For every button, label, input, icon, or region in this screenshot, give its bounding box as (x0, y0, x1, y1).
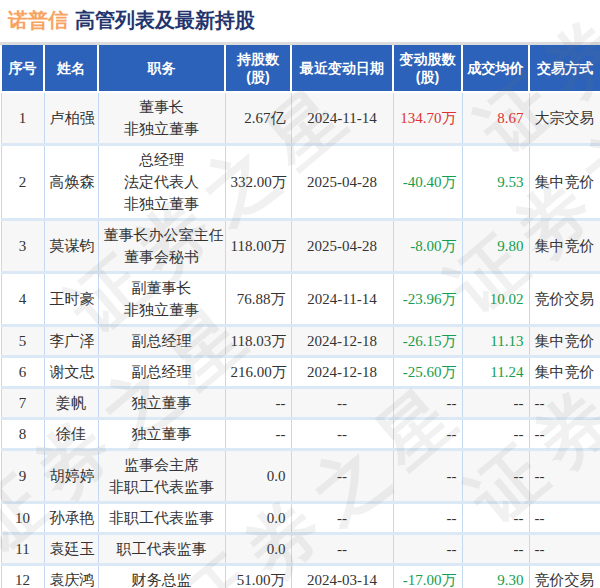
cell-avg-price: 11.24 (462, 357, 529, 388)
cell-value: -- (447, 426, 457, 442)
cell-value: 姜帆 (56, 395, 86, 411)
cell-serial: 10 (1, 503, 44, 534)
cell-serial: 8 (1, 419, 44, 450)
cell-changed-shares: -- (393, 503, 462, 534)
cell-value: 卢柏强 (50, 110, 95, 126)
position-line: 财务总监 (104, 569, 220, 588)
cell-name: 卢柏强 (44, 92, 98, 145)
cell-value: -40.40万 (403, 174, 457, 190)
cell-value: 4 (19, 291, 27, 307)
cell-changed-shares: -- (393, 534, 462, 565)
cell-position: 副总经理 (98, 357, 225, 388)
cell-value: 118.00万 (231, 238, 287, 254)
cell-shares: 118.00万 (225, 220, 291, 273)
cell-value: 10 (15, 510, 30, 526)
cell-avg-price: 8.67 (462, 92, 529, 145)
cell-last-change-date: -- (291, 534, 393, 565)
cell-value: 袁庆鸿 (50, 572, 95, 588)
cell-shares: 216.00万 (225, 357, 291, 388)
cell-name: 胡婷婷 (44, 450, 98, 503)
cell-avg-price: -- (462, 450, 529, 503)
table-row: 4王时豪副董事长非独立董事76.88万2024-11-14-23.96万10.0… (1, 273, 600, 326)
cell-value: 集中竞价 (535, 333, 595, 349)
column-header-line: 成交均价 (464, 59, 527, 77)
cell-trade-method: 集中竞价 (529, 326, 600, 357)
cell-value: -- (337, 510, 347, 526)
cell-last-change-date: -- (291, 419, 393, 450)
cell-value: 高焕森 (50, 174, 95, 190)
column-header-position: 职务 (98, 44, 225, 93)
cell-trade-method: -- (529, 388, 600, 419)
cell-shares: 0.0 (225, 450, 291, 503)
cell-trade-method: 集中竞价 (529, 220, 600, 273)
cell-value: 11.13 (490, 333, 523, 349)
cell-value: 0.0 (267, 541, 286, 557)
cell-serial: 3 (1, 220, 44, 273)
cell-value: 3 (19, 238, 27, 254)
cell-last-change-date: -- (291, 503, 393, 534)
cell-value: 袁廷玉 (50, 541, 95, 557)
cell-value: -17.00万 (403, 572, 457, 588)
stock-name: 诺普信 (8, 9, 68, 31)
cell-value: 5 (19, 333, 27, 349)
column-header-name: 姓名 (44, 44, 98, 93)
cell-value: -- (535, 468, 545, 484)
cell-shares: 118.03万 (225, 326, 291, 357)
cell-avg-price: 9.80 (462, 220, 529, 273)
cell-name: 王时豪 (44, 273, 98, 326)
table-row: 5李广泽副总经理118.03万2024-12-18-26.15万11.13集中竞… (1, 326, 600, 357)
cell-value: 2024-03-14 (307, 572, 377, 588)
executives-holdings-table: 序号姓名职务持股数(股)最近变动日期变动股数(股)成交均价交易方式 1卢柏强董事… (0, 42, 600, 588)
cell-trade-method: 集中竞价 (529, 145, 600, 220)
column-header-avg-price: 成交均价 (462, 44, 529, 93)
cell-value: 谢文忠 (50, 364, 95, 380)
cell-position: 财务总监 (98, 565, 225, 588)
cell-name: 姜帆 (44, 388, 98, 419)
position-line: 董事会秘书 (104, 246, 220, 268)
cell-value: 118.03万 (231, 333, 287, 349)
cell-name: 李广泽 (44, 326, 98, 357)
cell-value: 竞价交易 (535, 291, 595, 307)
table-row: 8徐佳独立董事---------- (1, 419, 600, 450)
column-header-trade-method: 交易方式 (529, 44, 600, 93)
cell-name: 莫谋钧 (44, 220, 98, 273)
cell-value: -- (447, 468, 457, 484)
cell-value: 6 (19, 364, 27, 380)
cell-value: 11 (15, 541, 29, 557)
table-row: 2高焕森总经理法定代表人非独立董事332.00万2025-04-28-40.40… (1, 145, 600, 220)
column-header-line: 序号 (3, 59, 42, 77)
cell-serial: 4 (1, 273, 44, 326)
cell-value: 51.00万 (237, 572, 286, 588)
position-line: 董事长 (104, 96, 220, 118)
cell-position: 职工代表监事 (98, 534, 225, 565)
cell-trade-method: 集中竞价 (529, 357, 600, 388)
cell-trade-method: -- (529, 503, 600, 534)
cell-last-change-date: -- (291, 450, 393, 503)
column-header-line: 交易方式 (531, 59, 599, 77)
position-line: 非独立董事 (104, 299, 220, 321)
cell-position: 副董事长非独立董事 (98, 273, 225, 326)
cell-shares: -- (225, 419, 291, 450)
cell-changed-shares: -8.00万 (393, 220, 462, 273)
cell-value: 216.00万 (231, 364, 287, 380)
cell-value: 2024-12-18 (307, 333, 377, 349)
column-header-line: 最近变动日期 (293, 59, 391, 77)
cell-value: 孙承艳 (50, 510, 95, 526)
cell-position: 董事长非独立董事 (98, 92, 225, 145)
cell-last-change-date: 2025-04-28 (291, 220, 393, 273)
cell-last-change-date: -- (291, 388, 393, 419)
table-body: 1卢柏强董事长非独立董事2.67亿2024-11-14134.70万8.67大宗… (1, 92, 600, 588)
cell-last-change-date: 2024-12-18 (291, 326, 393, 357)
cell-value: 李广泽 (50, 333, 95, 349)
cell-avg-price: 9.30 (462, 565, 529, 588)
column-header-line: (股) (395, 68, 460, 86)
cell-value: -- (514, 468, 524, 484)
cell-last-change-date: 2024-03-14 (291, 565, 393, 588)
cell-value: 10.02 (490, 291, 524, 307)
position-line: 非职工代表监事 (104, 476, 220, 498)
cell-shares: 0.0 (225, 503, 291, 534)
position-line: 非职工代表监事 (104, 507, 220, 529)
cell-value: 134.70万 (400, 110, 456, 126)
cell-value: 2024-11-14 (307, 291, 376, 307)
cell-value: 2025-04-28 (307, 174, 377, 190)
